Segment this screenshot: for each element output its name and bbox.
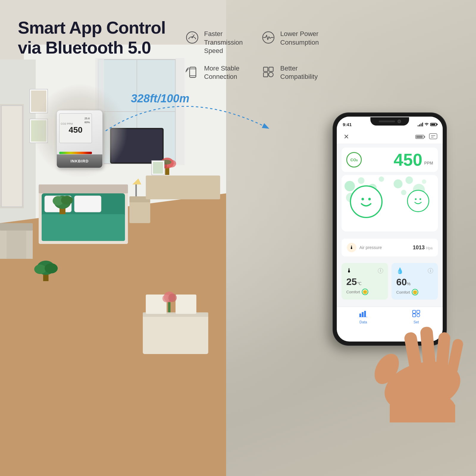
svg-rect-52	[153, 162, 163, 174]
bubble	[358, 177, 364, 184]
svg-point-58	[192, 37, 193, 38]
smiley-face-small	[407, 190, 429, 212]
co2-value: 450	[394, 151, 422, 168]
svg-point-77	[368, 198, 371, 201]
battery-fill	[431, 124, 435, 125]
svg-rect-95	[390, 405, 455, 422]
device-color-bar	[59, 152, 92, 154]
svg-rect-46	[176, 295, 196, 314]
svg-point-76	[361, 198, 364, 201]
device-screen: CO2 PPM 450 25.6 60%	[59, 113, 92, 143]
feature-compat-text: BetterCompatibility	[280, 64, 318, 81]
svg-point-69	[269, 72, 273, 77]
bubble	[379, 176, 384, 182]
bubbles-area	[342, 175, 438, 231]
phone-signal-icon	[184, 64, 200, 80]
svg-rect-6	[39, 184, 128, 193]
grid-icon	[261, 64, 276, 80]
hand-svg	[339, 268, 476, 422]
air-pressure-left: 🌡 Air pressure	[347, 243, 382, 252]
air-pressure-value: 1013	[413, 245, 425, 250]
svg-rect-22	[1, 106, 22, 207]
svg-rect-67	[269, 67, 273, 71]
signal-bar-4	[422, 123, 423, 126]
status-icons	[418, 122, 437, 127]
air-pressure-label: Air pressure	[359, 245, 382, 250]
svg-rect-68	[264, 73, 268, 77]
air-pressure-value-group: 1013 Hpa	[413, 245, 433, 251]
phone-speaker	[379, 120, 395, 122]
feature-stable-text: More StableConnection	[204, 64, 239, 81]
bubble	[394, 179, 403, 188]
svg-rect-27	[146, 176, 220, 199]
svg-rect-55	[0, 231, 7, 259]
svg-rect-54	[0, 223, 33, 231]
signal-bar-1	[418, 125, 419, 126]
svg-point-33	[61, 196, 73, 205]
phone-camera	[397, 120, 401, 123]
features-grid: FasterTransmissionSpeed Lower PowerConsu…	[184, 30, 319, 81]
svg-rect-10	[42, 214, 125, 241]
feature-faster-transmission: FasterTransmissionSpeed	[184, 30, 243, 55]
svg-point-41	[34, 264, 46, 274]
feature-compatibility: BetterCompatibility	[261, 64, 319, 81]
title-line2: via Bluetooth 5.0	[18, 38, 151, 57]
svg-rect-72	[416, 136, 423, 138]
header-section: Smart App Control via Bluetooth 5.0	[18, 18, 165, 57]
heartbeat-icon	[261, 30, 276, 45]
svg-rect-9	[74, 196, 101, 212]
svg-rect-66	[264, 67, 268, 71]
device-temp: 25.6	[84, 117, 90, 120]
svg-point-78	[415, 198, 417, 200]
device-battery-icon	[415, 134, 425, 140]
top-bar-icons	[415, 133, 437, 140]
pressure-icon: 🌡	[347, 243, 356, 252]
status-time: 9:41	[343, 122, 352, 127]
air-pressure-row: 🌡 Air pressure 1013 Hpa	[342, 239, 438, 256]
co2-value-group: 450 PPM	[394, 151, 433, 168]
co2-reading-row: CO₂ 450 PPM	[342, 148, 438, 172]
device-humidity: 60%	[84, 120, 90, 124]
bubble	[345, 181, 355, 191]
svg-rect-20	[176, 58, 184, 165]
main-title: Smart App Control via Bluetooth 5.0	[18, 18, 165, 57]
phone-notch	[370, 117, 409, 126]
bubble	[401, 190, 406, 195]
device-co2-value: 450	[69, 126, 83, 134]
feature-lower-power: Lower PowerConsumption	[261, 30, 319, 55]
feature-faster-text: FasterTransmissionSpeed	[204, 30, 243, 55]
distance-label: 328ft/100m	[131, 92, 189, 105]
svg-point-50	[168, 294, 177, 302]
svg-rect-71	[424, 136, 425, 138]
device-co2-label: CO2 PPM	[61, 122, 73, 125]
signal-bars	[418, 122, 423, 126]
signal-bar-3	[421, 123, 422, 126]
wifi-icon	[424, 122, 429, 127]
bubble	[405, 176, 413, 184]
app-top-bar: ✕	[337, 130, 443, 144]
signal-bar-2	[419, 124, 420, 126]
feature-stable-connection: More StableConnection	[184, 64, 243, 81]
device-brand: INKBIRD	[71, 159, 89, 163]
close-button[interactable]: ✕	[342, 133, 350, 141]
co2-icon: CO₂	[346, 152, 362, 167]
inkbird-device: CO2 PPM 450 25.6 60% INKBIRD	[57, 110, 104, 170]
bubble	[422, 179, 426, 184]
svg-rect-13	[135, 184, 137, 196]
svg-rect-43	[143, 312, 208, 354]
svg-rect-73	[429, 134, 437, 139]
svg-point-79	[419, 198, 421, 200]
device-side-values: 25.6 60%	[84, 117, 90, 124]
svg-point-42	[45, 263, 58, 273]
chat-icon	[429, 133, 437, 140]
phone-container: 9:41	[333, 113, 458, 369]
air-pressure-unit: Hpa	[426, 246, 433, 250]
device-label-bar: INKBIRD	[57, 154, 102, 168]
smiley-face-large	[350, 185, 383, 218]
co2-unit: PPM	[424, 161, 433, 165]
battery-icon	[430, 123, 437, 126]
title-line1: Smart App Control	[18, 18, 165, 37]
feature-power-text: Lower PowerConsumption	[280, 30, 319, 47]
speedometer-icon	[184, 30, 200, 45]
svg-rect-56	[26, 231, 33, 259]
